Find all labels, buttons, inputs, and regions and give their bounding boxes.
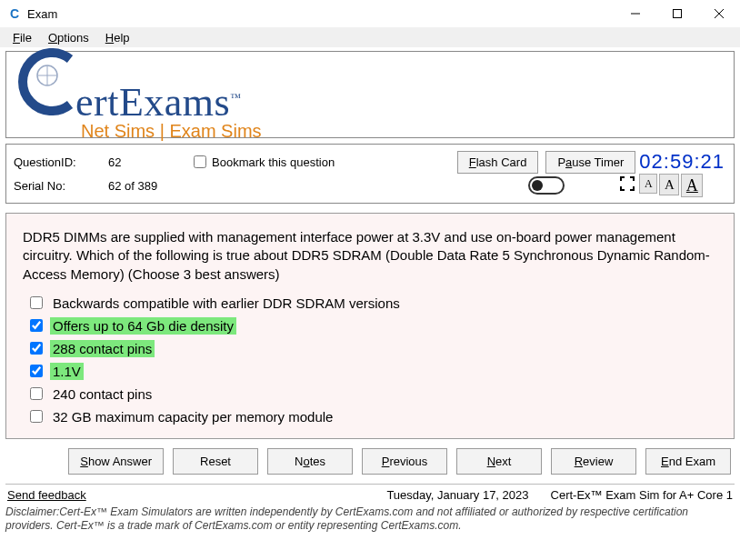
bottom-button-row: Show Answer Reset Notes Previous Next Re… [5, 448, 735, 475]
question-panel: DDR5 DIMMs are supplied with management … [5, 213, 735, 439]
menubar: File Options Help [0, 27, 740, 47]
send-feedback-link[interactable]: Send feedback [7, 488, 86, 502]
options-list: Backwards compatible with earlier DDR SD… [30, 295, 717, 425]
end-exam-button[interactable]: End Exam [645, 448, 731, 475]
option-checkbox[interactable] [30, 365, 43, 377]
option-checkbox[interactable] [30, 387, 43, 400]
menu-help[interactable]: Help [98, 29, 137, 46]
logo-text: ertExams [75, 80, 230, 125]
maximize-icon [673, 9, 682, 18]
next-button[interactable]: Next [456, 448, 542, 475]
app-icon: C [7, 6, 22, 21]
notes-button[interactable]: Notes [267, 448, 353, 475]
timer: 02:59:21 [639, 150, 726, 174]
status-date: Tuesday, January 17, 2023 [386, 488, 528, 502]
minimize-icon [631, 9, 640, 18]
serial-label: Serial No: [14, 179, 105, 193]
show-answer-button[interactable]: Show Answer [68, 448, 164, 475]
option-label[interactable]: 32 GB maximum capacity per memory module [50, 408, 335, 425]
option-checkbox[interactable] [30, 319, 43, 332]
svg-rect-1 [674, 10, 682, 18]
option-label[interactable]: Offers up to 64 Gb die density [50, 317, 236, 335]
option-row: 240 contact pins [30, 385, 717, 403]
minimize-button[interactable] [615, 0, 656, 27]
disclaimer-text: Disclaimer:Cert-Ex™ Exam Simulators are … [5, 505, 735, 533]
status-product: Cert-Ex™ Exam Sim for A+ Core 1 [551, 488, 733, 502]
question-text: DDR5 DIMMs are supplied with management … [23, 228, 717, 284]
dark-mode-toggle[interactable] [528, 176, 565, 195]
review-button[interactable]: Review [551, 448, 636, 475]
option-label[interactable]: 1.1V [50, 363, 84, 380]
close-button[interactable] [698, 0, 740, 27]
menu-file[interactable]: File [5, 29, 39, 46]
fontsize-small-button[interactable]: A [639, 174, 657, 194]
fullscreen-icon[interactable] [619, 175, 635, 195]
logo-frame: ertExams™ Net Sims | Exam Sims [5, 51, 735, 138]
fontsize-large-button[interactable]: A [681, 174, 703, 197]
fontsize-medium-button[interactable]: A [659, 174, 679, 195]
qid-label: QuestionID: [14, 155, 105, 169]
close-icon [715, 9, 724, 18]
option-checkbox[interactable] [30, 410, 43, 423]
option-row: 32 GB maximum capacity per memory module [30, 408, 717, 425]
option-label[interactable]: Backwards compatible with earlier DDR SD… [50, 295, 403, 312]
option-label[interactable]: 288 contact pins [50, 340, 155, 357]
fontsize-group: A A A [639, 174, 726, 197]
option-row: Backwards compatible with earlier DDR SD… [30, 295, 717, 312]
logo-subtitle: Net Sims | Exam Sims [81, 121, 262, 142]
logo-tm: ™ [230, 91, 241, 104]
option-row: 288 contact pins [30, 340, 717, 357]
option-row: 1.1V [30, 363, 717, 380]
window-title: Exam [27, 7, 615, 21]
infobar: QuestionID: 62 Bookmark this question Fl… [5, 144, 735, 204]
qid-value: 62 [108, 155, 190, 169]
pause-timer-button[interactable]: Pause Timer [545, 151, 635, 174]
bookmark-label: Bookmark this question [212, 155, 335, 169]
menu-options[interactable]: Options [41, 29, 96, 46]
option-label[interactable]: 240 contact pins [50, 385, 155, 403]
logo-c-icon [15, 48, 79, 123]
logo: ertExams™ Net Sims | Exam Sims [15, 48, 262, 142]
serial-value: 62 of 389 [108, 179, 190, 193]
option-checkbox[interactable] [30, 342, 43, 355]
maximize-button[interactable] [656, 0, 698, 27]
bookmark-checkbox[interactable] [194, 155, 206, 168]
option-checkbox[interactable] [30, 296, 43, 309]
option-row: Offers up to 64 Gb die density [30, 317, 717, 335]
titlebar: C Exam [0, 0, 740, 27]
reset-button[interactable]: Reset [173, 448, 258, 475]
previous-button[interactable]: Previous [362, 448, 447, 475]
flash-card-button[interactable]: Flash Card [457, 151, 539, 174]
statusbar: Send feedback Tuesday, January 17, 2023 … [5, 484, 735, 504]
